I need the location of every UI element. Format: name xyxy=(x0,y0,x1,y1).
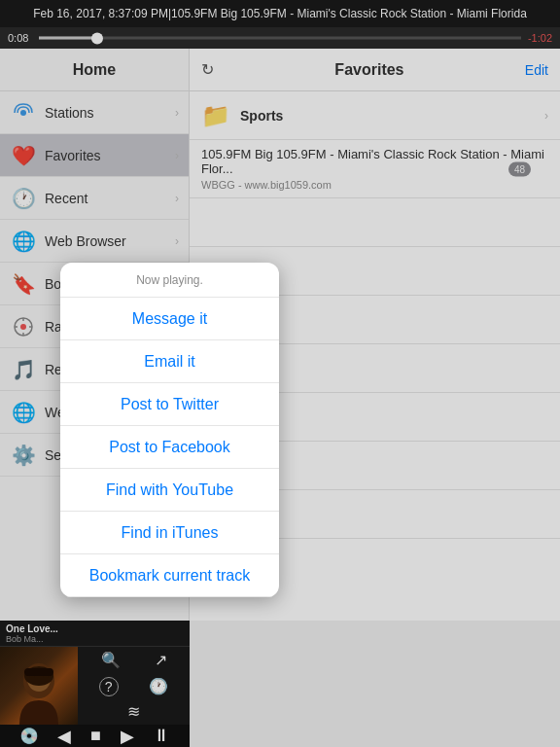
popup-twitter[interactable]: Post to Twitter xyxy=(60,383,279,426)
popup-overlay[interactable]: Now playing. Message it Email it Post to… xyxy=(0,0,560,747)
popup-header: Now playing. xyxy=(60,263,279,298)
popup-header-text: Now playing. xyxy=(136,273,203,287)
popup-message-it-label: Message it xyxy=(132,310,207,328)
popup-bookmark[interactable]: Bookmark current track xyxy=(60,554,279,597)
popup-facebook[interactable]: Post to Facebook xyxy=(60,426,279,469)
popup-youtube[interactable]: Find with YouTube xyxy=(60,469,279,512)
popup-email-it[interactable]: Email it xyxy=(60,340,279,383)
popup-itunes-label: Find in iTunes xyxy=(122,524,219,542)
popup-facebook-label: Post to Facebook xyxy=(109,439,230,456)
popup-email-it-label: Email it xyxy=(144,353,194,371)
popup-bookmark-label: Bookmark current track xyxy=(89,567,250,585)
popup-menu: Now playing. Message it Email it Post to… xyxy=(60,263,279,597)
popup-itunes[interactable]: Find in iTunes xyxy=(60,512,279,554)
popup-message-it[interactable]: Message it xyxy=(60,298,279,340)
popup-youtube-label: Find with YouTube xyxy=(106,481,233,499)
popup-twitter-label: Post to Twitter xyxy=(121,396,219,413)
